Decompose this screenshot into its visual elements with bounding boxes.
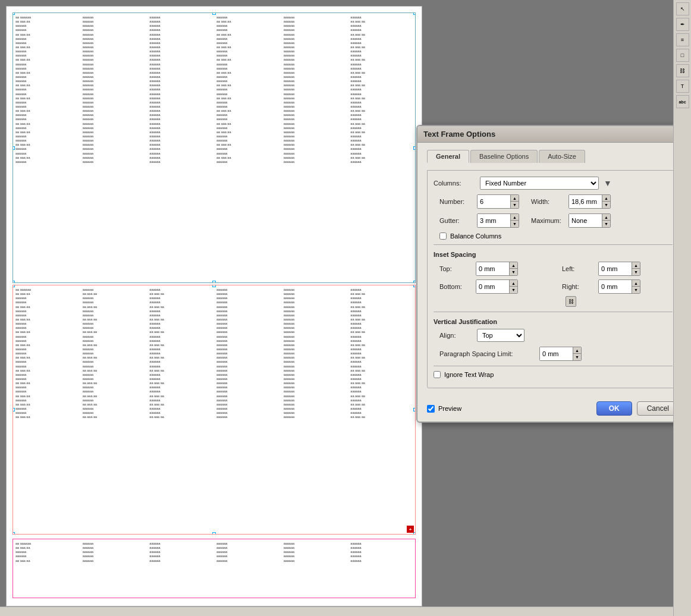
paragraph-spacing-input[interactable]: [540, 347, 573, 360]
preview-checkbox[interactable]: [427, 405, 435, 413]
bcol-3: aaaaaaaa aaa aaaaaaaaaaaaaaaa aaa aaaaaa…: [149, 288, 212, 532]
tab-auto-size[interactable]: Auto-Size: [539, 150, 585, 163]
tab-general[interactable]: General: [427, 150, 469, 163]
right-down[interactable]: ▼: [632, 287, 640, 293]
ignore-text-wrap-row: Ignore Text Wrap: [434, 371, 673, 378]
right-sidebar: ↖ ✒ ≡ □ ⛓ T abc: [673, 0, 691, 616]
maximum-input[interactable]: None: [569, 214, 602, 227]
top-up[interactable]: ▲: [509, 262, 517, 269]
width-label: Width:: [531, 198, 564, 205]
tab-baseline-options[interactable]: Baseline Options: [470, 150, 538, 163]
width-up[interactable]: ▲: [602, 195, 610, 202]
gutter-input[interactable]: 3 mm: [478, 214, 510, 227]
cancel-button[interactable]: Cancel: [637, 401, 673, 416]
left-input[interactable]: [599, 262, 632, 275]
ignore-text-wrap-checkbox[interactable]: [434, 371, 441, 378]
right-up[interactable]: ▲: [632, 280, 640, 287]
right-inset: Right: ▲ ▼: [562, 279, 673, 294]
vertical-justification-title: Vertical Justification: [434, 318, 673, 325]
handle2-mr[interactable]: [413, 408, 416, 411]
sidebar-chain-btn[interactable]: ⛓: [676, 64, 689, 77]
width-down[interactable]: ▼: [602, 202, 610, 208]
dropdown-arrow: ▼: [604, 178, 612, 188]
bottom-down[interactable]: ▼: [509, 287, 517, 293]
columns-row: Columns: Fixed Number ▼: [434, 177, 673, 190]
gutter-down[interactable]: ▼: [510, 221, 519, 227]
text-frame-third[interactable]: aa aaaaaaaa aaa aaaaaaaaaaaaaaaa aaa aa …: [12, 539, 416, 598]
inset-grid: Top: ▲ ▼ Left:: [439, 262, 673, 294]
handle2-ml[interactable]: [12, 408, 15, 411]
number-spinner-btns: ▲ ▼: [510, 195, 519, 208]
para-spacing-up[interactable]: ▲: [573, 347, 581, 354]
canvas-area: aa aaaaaaaa aaa aaaaaaaaaaaaaaaa aaa aaa…: [0, 0, 673, 616]
sidebar-text-btn[interactable]: T: [676, 80, 689, 93]
overflow-indicator: +: [407, 526, 414, 533]
width-spinner: 18,6 mm ▲ ▼: [568, 194, 611, 209]
text-frame-options-dialog: Text Frame Options ✕ General Baseline Op…: [416, 125, 673, 423]
bcol-4: aaaaaaaaaaaaaaaaaaaaaaaaaaaaaaaaaaaaaaaa…: [216, 288, 279, 532]
sidebar-rect-btn[interactable]: □: [676, 49, 689, 62]
col-6: aaaaaaaa aaa aaaaaaaaaaaaaaaa aaa aaaaaa…: [350, 15, 413, 280]
width-group: Width: 18,6 mm ▲ ▼: [531, 194, 611, 209]
gutter-label: Gutter:: [439, 217, 472, 224]
handle2-bl[interactable]: [12, 532, 15, 535]
gutter-spinner: 3 mm ▲ ▼: [477, 213, 519, 228]
dialog-footer: Preview OK Cancel: [417, 395, 673, 422]
divider-1: [434, 244, 673, 245]
handle2-tl[interactable]: [12, 285, 15, 287]
sidebar-arrow-btn[interactable]: ↖: [676, 2, 689, 15]
gutter-group: Gutter: 3 mm ▲ ▼: [439, 213, 519, 228]
general-tab-content: Columns: Fixed Number ▼ Number: 6 ▲: [427, 170, 673, 388]
text-frame-bottom[interactable]: + aa aaaaaaaa aaa aaaaaaaaaaaaaaaa aaa a…: [12, 285, 416, 535]
handle-mr[interactable]: [413, 146, 416, 150]
align-select[interactable]: Top Center Bottom Justify: [477, 329, 524, 342]
bottom-input[interactable]: [476, 280, 509, 293]
para-spacing-btns: ▲ ▼: [573, 347, 581, 360]
top-spinner-btns: ▲ ▼: [509, 262, 517, 275]
maximum-down[interactable]: ▼: [602, 221, 610, 227]
number-width-row: Number: 6 ▲ ▼ Width: 18,6 mm: [439, 194, 673, 209]
sidebar-pen-btn[interactable]: ✒: [676, 18, 689, 31]
bottom-label: Bottom:: [439, 283, 472, 290]
right-input[interactable]: [599, 280, 632, 293]
left-inset: Left: ▲ ▼: [562, 262, 673, 276]
tcol-1: aa aaaaaaaa aaa aaaaaaaaaaaaaaaa aaa aa: [15, 542, 78, 595]
columns-type-select[interactable]: Fixed Number: [480, 177, 599, 190]
dialog-body: General Baseline Options Auto-Size Colum…: [417, 143, 673, 395]
number-spinner: 6 ▲ ▼: [477, 194, 519, 209]
top-input[interactable]: [476, 262, 509, 275]
balance-columns-label: Balance Columns: [450, 232, 501, 240]
text-grid-bottom: aa aaaaaaaa aaa aaaaaaaaaaaaaaaa aaa aaa…: [13, 285, 415, 534]
width-input[interactable]: 18,6 mm: [569, 195, 602, 208]
col-4: aaaaaaaa aaa aaaaaaaaaaaaaaaa aaa aaaaaa…: [216, 15, 279, 280]
number-input[interactable]: 6: [478, 195, 510, 208]
sidebar-lines-btn[interactable]: ≡: [676, 33, 689, 46]
chain-link-icon[interactable]: ⛓: [566, 296, 576, 307]
left-down[interactable]: ▼: [632, 269, 640, 275]
horizontal-scrollbar[interactable]: [0, 606, 673, 616]
handle2-tr[interactable]: [413, 285, 416, 287]
align-row: Align: Top Center Bottom Justify: [439, 329, 673, 342]
number-up[interactable]: ▲: [510, 195, 519, 202]
text-frame-top[interactable]: aa aaaaaaaa aaa aaaaaaaaaaaaaaaa aaa aaa…: [12, 12, 416, 283]
handle-ml[interactable]: [12, 146, 15, 150]
maximum-up[interactable]: ▲: [602, 214, 610, 221]
handle-tr[interactable]: [413, 12, 416, 15]
handle-bm[interactable]: [212, 281, 216, 283]
sidebar-abc-btn[interactable]: abc: [676, 95, 689, 108]
handle2-tm[interactable]: [212, 285, 216, 287]
bottom-up[interactable]: ▲: [509, 280, 517, 287]
ok-button[interactable]: OK: [596, 401, 632, 416]
top-down[interactable]: ▼: [509, 269, 517, 275]
para-spacing-down[interactable]: ▼: [573, 354, 581, 360]
left-up[interactable]: ▲: [632, 262, 640, 269]
handle-tl[interactable]: [12, 12, 15, 15]
number-group: Number: 6 ▲ ▼: [439, 194, 519, 209]
number-down[interactable]: ▼: [510, 202, 519, 208]
gutter-up[interactable]: ▲: [510, 214, 519, 221]
handle2-bm[interactable]: [212, 532, 216, 535]
handle-br[interactable]: [413, 281, 416, 283]
balance-columns-checkbox[interactable]: [439, 232, 447, 240]
handle-bl[interactable]: [12, 281, 15, 283]
handle-tm[interactable]: [212, 12, 216, 15]
